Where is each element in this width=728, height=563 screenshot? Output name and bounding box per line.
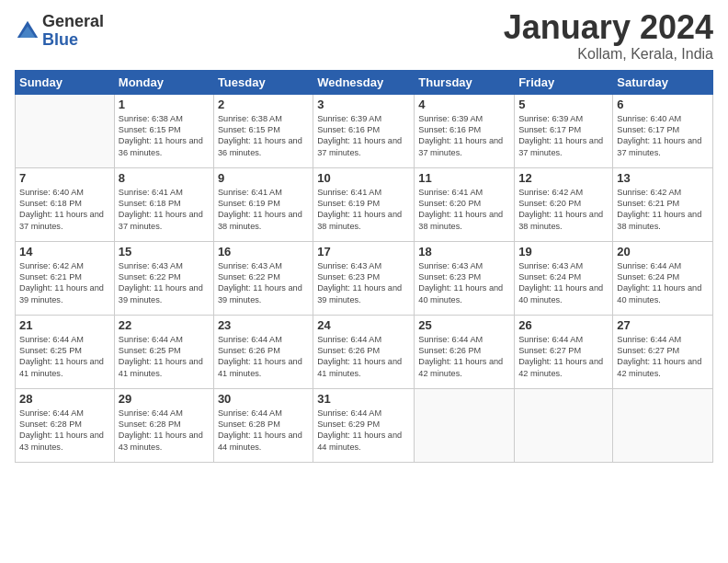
- calendar-cell: 23Sunrise: 6:44 AM Sunset: 6:26 PM Dayli…: [213, 315, 313, 388]
- calendar-cell: 8Sunrise: 6:41 AM Sunset: 6:18 PM Daylig…: [114, 167, 213, 241]
- day-number: 22: [119, 318, 210, 332]
- day-number: 5: [518, 98, 609, 111]
- day-number: 9: [218, 171, 309, 185]
- day-number: 3: [317, 98, 410, 111]
- day-info: Sunrise: 6:41 AM Sunset: 6:19 PM Dayligh…: [218, 187, 309, 233]
- day-info: Sunrise: 6:42 AM Sunset: 6:21 PM Dayligh…: [19, 260, 110, 306]
- logo-text: General Blue: [42, 13, 104, 50]
- calendar-cell: 7Sunrise: 6:40 AM Sunset: 6:18 PM Daylig…: [16, 167, 115, 241]
- header-thursday: Thursday: [415, 70, 515, 94]
- day-info: Sunrise: 6:44 AM Sunset: 6:28 PM Dayligh…: [218, 408, 309, 454]
- logo-blue: Blue: [42, 31, 104, 50]
- header-tuesday: Tuesday: [213, 70, 313, 94]
- calendar-cell: 9Sunrise: 6:41 AM Sunset: 6:19 PM Daylig…: [213, 167, 313, 241]
- day-info: Sunrise: 6:42 AM Sunset: 6:21 PM Dayligh…: [617, 187, 709, 233]
- calendar-cell: 12Sunrise: 6:42 AM Sunset: 6:20 PM Dayli…: [515, 167, 613, 241]
- day-info: Sunrise: 6:43 AM Sunset: 6:23 PM Dayligh…: [317, 260, 410, 306]
- calendar-cell: 28Sunrise: 6:44 AM Sunset: 6:28 PM Dayli…: [16, 388, 115, 462]
- day-info: Sunrise: 6:41 AM Sunset: 6:19 PM Dayligh…: [317, 187, 410, 233]
- day-info: Sunrise: 6:43 AM Sunset: 6:23 PM Dayligh…: [418, 260, 510, 306]
- day-info: Sunrise: 6:39 AM Sunset: 6:17 PM Dayligh…: [518, 113, 609, 159]
- day-number: 18: [418, 245, 510, 259]
- day-info: Sunrise: 6:44 AM Sunset: 6:26 PM Dayligh…: [317, 334, 410, 380]
- calendar-cell: 15Sunrise: 6:43 AM Sunset: 6:22 PM Dayli…: [114, 241, 213, 315]
- calendar-cell: 17Sunrise: 6:43 AM Sunset: 6:23 PM Dayli…: [313, 241, 415, 315]
- calendar-cell: 25Sunrise: 6:44 AM Sunset: 6:26 PM Dayli…: [415, 315, 515, 388]
- day-info: Sunrise: 6:43 AM Sunset: 6:24 PM Dayligh…: [518, 260, 609, 306]
- day-number: 19: [518, 245, 609, 259]
- day-info: Sunrise: 6:44 AM Sunset: 6:25 PM Dayligh…: [119, 334, 210, 380]
- day-info: Sunrise: 6:44 AM Sunset: 6:29 PM Dayligh…: [317, 408, 410, 454]
- week-row-1: 1Sunrise: 6:38 AM Sunset: 6:15 PM Daylig…: [16, 94, 713, 167]
- header-monday: Monday: [114, 70, 213, 94]
- day-number: 26: [518, 318, 609, 332]
- day-number: 11: [418, 171, 510, 185]
- day-number: 21: [19, 318, 110, 332]
- day-number: 17: [317, 245, 410, 259]
- calendar-cell: 18Sunrise: 6:43 AM Sunset: 6:23 PM Dayli…: [415, 241, 515, 315]
- day-info: Sunrise: 6:43 AM Sunset: 6:22 PM Dayligh…: [218, 260, 309, 306]
- day-number: 6: [617, 98, 709, 111]
- day-number: 29: [119, 392, 210, 406]
- calendar-cell: 5Sunrise: 6:39 AM Sunset: 6:17 PM Daylig…: [515, 94, 613, 167]
- day-info: Sunrise: 6:44 AM Sunset: 6:24 PM Dayligh…: [617, 260, 709, 306]
- day-number: 20: [617, 245, 709, 259]
- calendar-cell: 4Sunrise: 6:39 AM Sunset: 6:16 PM Daylig…: [415, 94, 515, 167]
- day-number: 12: [518, 171, 609, 185]
- calendar-cell: 11Sunrise: 6:41 AM Sunset: 6:20 PM Dayli…: [415, 167, 515, 241]
- day-number: 15: [119, 245, 210, 259]
- day-number: 14: [19, 245, 110, 259]
- calendar-cell: 29Sunrise: 6:44 AM Sunset: 6:28 PM Dayli…: [114, 388, 213, 462]
- day-number: 2: [218, 98, 309, 111]
- title-block: January 2024 Kollam, Kerala, India: [504, 9, 713, 63]
- calendar-cell: 3Sunrise: 6:39 AM Sunset: 6:16 PM Daylig…: [313, 94, 415, 167]
- calendar-header: Sunday Monday Tuesday Wednesday Thursday…: [16, 70, 713, 94]
- day-number: 7: [19, 171, 110, 185]
- day-info: Sunrise: 6:38 AM Sunset: 6:15 PM Dayligh…: [119, 113, 210, 159]
- calendar-subtitle: Kollam, Kerala, India: [504, 46, 713, 63]
- calendar-cell: 27Sunrise: 6:44 AM Sunset: 6:27 PM Dayli…: [613, 315, 713, 388]
- day-info: Sunrise: 6:44 AM Sunset: 6:26 PM Dayligh…: [218, 334, 309, 380]
- day-info: Sunrise: 6:44 AM Sunset: 6:26 PM Dayligh…: [418, 334, 510, 380]
- day-number: 27: [617, 318, 709, 332]
- week-row-5: 28Sunrise: 6:44 AM Sunset: 6:28 PM Dayli…: [16, 388, 713, 462]
- day-number: 16: [218, 245, 309, 259]
- day-info: Sunrise: 6:42 AM Sunset: 6:20 PM Dayligh…: [518, 187, 609, 233]
- header: General Blue January 2024 Kollam, Kerala…: [15, 9, 713, 63]
- calendar-cell: 6Sunrise: 6:40 AM Sunset: 6:17 PM Daylig…: [613, 94, 713, 167]
- calendar-cell: [415, 388, 515, 462]
- day-number: 25: [418, 318, 510, 332]
- day-info: Sunrise: 6:44 AM Sunset: 6:25 PM Dayligh…: [19, 334, 110, 380]
- calendar-cell: [613, 388, 713, 462]
- day-info: Sunrise: 6:39 AM Sunset: 6:16 PM Dayligh…: [418, 113, 510, 159]
- header-wednesday: Wednesday: [313, 70, 415, 94]
- calendar-cell: 14Sunrise: 6:42 AM Sunset: 6:21 PM Dayli…: [16, 241, 115, 315]
- logo-icon: [15, 18, 40, 44]
- day-info: Sunrise: 6:39 AM Sunset: 6:16 PM Dayligh…: [317, 113, 410, 159]
- day-info: Sunrise: 6:41 AM Sunset: 6:20 PM Dayligh…: [418, 187, 510, 233]
- day-number: 4: [418, 98, 510, 111]
- week-row-3: 14Sunrise: 6:42 AM Sunset: 6:21 PM Dayli…: [16, 241, 713, 315]
- day-info: Sunrise: 6:40 AM Sunset: 6:18 PM Dayligh…: [19, 187, 110, 233]
- calendar-cell: 24Sunrise: 6:44 AM Sunset: 6:26 PM Dayli…: [313, 315, 415, 388]
- day-number: 24: [317, 318, 410, 332]
- week-row-2: 7Sunrise: 6:40 AM Sunset: 6:18 PM Daylig…: [16, 167, 713, 241]
- day-number: 1: [119, 98, 210, 111]
- day-number: 28: [19, 392, 110, 406]
- calendar-cell: 13Sunrise: 6:42 AM Sunset: 6:21 PM Dayli…: [613, 167, 713, 241]
- day-info: Sunrise: 6:41 AM Sunset: 6:18 PM Dayligh…: [119, 187, 210, 233]
- calendar-cell: 10Sunrise: 6:41 AM Sunset: 6:19 PM Dayli…: [313, 167, 415, 241]
- header-friday: Friday: [515, 70, 613, 94]
- calendar-cell: 1Sunrise: 6:38 AM Sunset: 6:15 PM Daylig…: [114, 94, 213, 167]
- calendar-cell: [515, 388, 613, 462]
- calendar-cell: 26Sunrise: 6:44 AM Sunset: 6:27 PM Dayli…: [515, 315, 613, 388]
- calendar-cell: 20Sunrise: 6:44 AM Sunset: 6:24 PM Dayli…: [613, 241, 713, 315]
- calendar-cell: 30Sunrise: 6:44 AM Sunset: 6:28 PM Dayli…: [213, 388, 313, 462]
- page: General Blue January 2024 Kollam, Kerala…: [0, 0, 728, 563]
- day-info: Sunrise: 6:40 AM Sunset: 6:17 PM Dayligh…: [617, 113, 709, 159]
- day-number: 30: [218, 392, 309, 406]
- logo: General Blue: [15, 13, 104, 50]
- header-saturday: Saturday: [613, 70, 713, 94]
- calendar-cell: 19Sunrise: 6:43 AM Sunset: 6:24 PM Dayli…: [515, 241, 613, 315]
- day-info: Sunrise: 6:44 AM Sunset: 6:27 PM Dayligh…: [518, 334, 609, 380]
